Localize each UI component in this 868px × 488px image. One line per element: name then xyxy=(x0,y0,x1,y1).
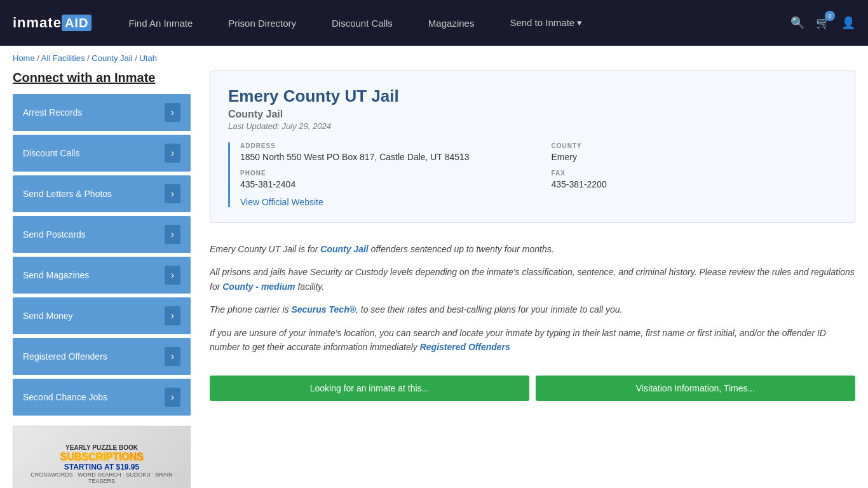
sidebar: Connect with an Inmate Arrest Records › … xyxy=(13,71,191,488)
logo[interactable]: inmateAID xyxy=(13,15,92,31)
county-label: COUNTY xyxy=(552,142,837,149)
arrow-icon: › xyxy=(165,266,180,285)
facility-description: Emery County UT Jail is for County Jail … xyxy=(210,236,855,369)
sidebar-btn-send-money[interactable]: Send Money › xyxy=(13,297,191,334)
detail-county-col: COUNTY Emery FAX 435-381-2200 xyxy=(552,142,837,207)
county-medium-link[interactable]: County - medium xyxy=(222,281,295,292)
desc-para3: The phone carrier is Securus Tech®, to s… xyxy=(210,302,855,316)
facility-updated: Last Updated: July 29, 2024 xyxy=(228,121,837,131)
ad-line4: CROSSWORDS · WORD SEARCH · SUDOKU · BRAI… xyxy=(20,471,184,484)
arrow-icon: › xyxy=(165,306,180,325)
breadcrumb-state[interactable]: Utah xyxy=(139,53,156,63)
sidebar-btn-discount-calls[interactable]: Discount Calls › xyxy=(13,135,191,172)
cart-badge: 0 xyxy=(825,11,835,21)
sidebar-btn-discount-calls-label: Discount Calls xyxy=(23,148,79,158)
breadcrumb: Home / All Facilities / County Jail / Ut… xyxy=(0,46,868,71)
sidebar-btn-send-letters[interactable]: Send Letters & Photos › xyxy=(13,175,191,212)
sidebar-btn-arrest-records-label: Arrest Records xyxy=(23,107,82,118)
facility-card: Emery County UT Jail County Jail Last Up… xyxy=(210,71,855,223)
nav-prison-directory[interactable]: Prison Directory xyxy=(210,0,314,46)
arrow-icon: › xyxy=(165,225,180,244)
breadcrumb-all-facilities[interactable]: All Facilities xyxy=(41,53,85,63)
website-link[interactable]: View Official Website xyxy=(240,197,323,207)
main-content: Emery County UT Jail County Jail Last Up… xyxy=(210,71,855,488)
ad-line2: SUBSCRIPTIONS xyxy=(20,451,184,463)
sidebar-btn-second-chance-jobs-label: Second Chance Jobs xyxy=(23,392,107,402)
facility-details: ADDRESS 1850 North 550 West PO Box 817, … xyxy=(228,142,837,207)
main-nav: Find An Inmate Prison Directory Discount… xyxy=(111,0,790,46)
phone-value: 435-381-2404 xyxy=(240,179,526,189)
cart-icon[interactable]: 🛒 0 xyxy=(816,16,830,30)
fax-value: 435-381-2200 xyxy=(552,179,837,189)
ad-line3: STARTING AT $19.95 xyxy=(20,463,184,471)
facility-type: County Jail xyxy=(228,109,837,120)
looking-for-inmate-button[interactable]: Looking for an inmate at this... xyxy=(210,376,529,401)
sidebar-btn-registered-offenders[interactable]: Registered Offenders › xyxy=(13,338,191,375)
sidebar-btn-send-money-label: Send Money xyxy=(23,311,73,321)
securus-link[interactable]: Securus Tech® xyxy=(291,304,356,315)
desc-para2: All prisons and jails have Security or C… xyxy=(210,265,855,294)
arrow-icon: › xyxy=(165,184,180,203)
sidebar-btn-arrest-records[interactable]: Arrest Records › xyxy=(13,94,191,131)
main-header: inmateAID Find An Inmate Prison Director… xyxy=(0,0,868,46)
nav-magazines[interactable]: Magazines xyxy=(410,0,492,46)
phone-label: PHONE xyxy=(240,170,526,177)
county-jail-link[interactable]: County Jail xyxy=(320,244,368,254)
sidebar-btn-send-postcards-label: Send Postcards xyxy=(23,229,86,240)
registered-offenders-link[interactable]: Registered Offenders xyxy=(420,342,510,352)
address-value: 1850 North 550 West PO Box 817, Castle D… xyxy=(240,152,526,162)
breadcrumb-home[interactable]: Home xyxy=(13,53,35,63)
nav-send-to-inmate[interactable]: Send to Inmate ▾ xyxy=(492,0,600,46)
ad-banner[interactable]: YEARLY PUZZLE BOOK SUBSCRIPTIONS STARTIN… xyxy=(13,426,191,488)
county-value: Emery xyxy=(552,152,837,162)
arrow-icon: › xyxy=(165,388,180,407)
header-icons: 🔍 🛒 0 👤 xyxy=(790,16,855,30)
sidebar-btn-second-chance-jobs[interactable]: Second Chance Jobs › xyxy=(13,379,191,416)
sidebar-btn-send-magazines-label: Send Magazines xyxy=(23,270,89,280)
sidebar-btn-registered-offenders-label: Registered Offenders xyxy=(23,351,107,362)
fax-label: FAX xyxy=(552,170,837,177)
detail-address-col: ADDRESS 1850 North 550 West PO Box 817, … xyxy=(240,142,526,207)
desc-para4: If you are unsure of your inmate's locat… xyxy=(210,326,855,355)
arrow-icon: › xyxy=(165,144,180,163)
search-icon[interactable]: 🔍 xyxy=(790,16,804,30)
breadcrumb-county-jail[interactable]: County Jail xyxy=(92,53,132,63)
sidebar-btn-send-magazines[interactable]: Send Magazines › xyxy=(13,257,191,294)
visitation-info-button[interactable]: Visitation Information, Times... xyxy=(536,376,855,401)
user-icon[interactable]: 👤 xyxy=(841,16,855,30)
ad-content: YEARLY PUZZLE BOOK SUBSCRIPTIONS STARTIN… xyxy=(13,438,190,489)
sidebar-title: Connect with an Inmate xyxy=(13,71,191,85)
desc-para1: Emery County UT Jail is for County Jail … xyxy=(210,242,855,256)
nav-discount-calls[interactable]: Discount Calls xyxy=(314,0,410,46)
arrow-icon: › xyxy=(165,347,180,366)
sidebar-btn-send-postcards[interactable]: Send Postcards › xyxy=(13,216,191,253)
address-label: ADDRESS xyxy=(240,142,526,149)
sidebar-btn-send-letters-label: Send Letters & Photos xyxy=(23,189,112,199)
facility-name: Emery County UT Jail xyxy=(228,86,837,106)
main-layout: Connect with an Inmate Arrest Records › … xyxy=(0,71,868,488)
ad-line1: YEARLY PUZZLE BOOK xyxy=(20,444,184,451)
arrow-icon: › xyxy=(165,103,180,122)
nav-find-inmate[interactable]: Find An Inmate xyxy=(111,0,210,46)
bottom-buttons: Looking for an inmate at this... Visitat… xyxy=(210,376,855,401)
logo-text: inmateAID xyxy=(13,15,92,31)
logo-aid-text: AID xyxy=(62,15,92,31)
logo-inmate-text: inmate xyxy=(13,15,62,30)
